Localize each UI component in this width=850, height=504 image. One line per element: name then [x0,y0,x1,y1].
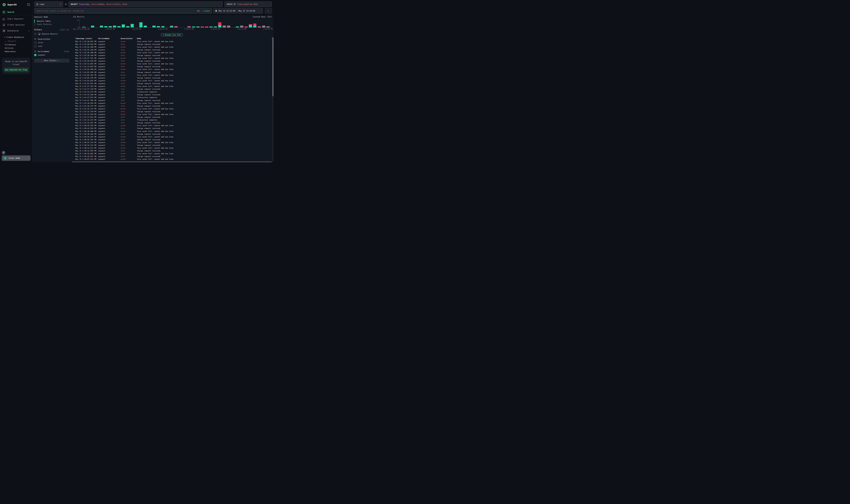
search-icon[interactable] [34,50,36,53]
table-row[interactable]: ›May 15 1:40:07.413 PMpaymenterrorVisa c… [72,158,272,161]
info-checkbox[interactable] [34,45,36,48]
filter-option-info[interactable]: info [34,45,69,48]
language-lucene-button[interactable]: Lucene [203,10,210,12]
column-header-severitytext[interactable]: SeverityText [121,37,135,39]
order-by-input[interactable]: ORDER BY TimestampTime DESC [224,1,272,7]
search-icon[interactable] [34,38,36,40]
table-row[interactable]: ›May 15 1:42:36.184 PMpaymentinfoCharge … [72,54,272,57]
preset-item-clickhouse[interactable]: Clickhouse [0,43,32,47]
filter-option-error[interactable]: error [34,41,69,44]
table-row[interactable]: ›May 15 1:41:57.178 PMpaymentinfoCharge … [72,88,272,91]
table-row[interactable]: ›May 15 1:40:14.511 PMpaymenterrorVisa c… [72,147,272,149]
vertical-scrollbar-thumb[interactable] [272,37,273,96]
table-row[interactable]: ›May 15 1:40:26.445 PMpaymenterrorVisa c… [72,135,272,138]
table-row[interactable]: ›May 15 1:42:01.824 PMpaymenterrorVisa c… [72,79,272,82]
table-row[interactable]: ›May 15 1:40:24.219 PMpaymenterrorVisa c… [72,141,272,144]
help-button[interactable]: ? [2,151,5,155]
get-started-button[interactable]: Get Started for Free [4,68,29,72]
chart-plot[interactable]: 12 0 [79,20,272,28]
error-checkbox[interactable] [34,41,36,44]
row-expand-icon: › [73,40,75,42]
table-row[interactable]: ›May 15 1:42:43.336 PMpaymentinfoCharge … [72,48,272,51]
language-sql-button[interactable]: SQL [197,10,200,12]
table-row[interactable]: ›May 15 1:42:04.376 PMpaymentinfoCharge … [72,76,272,79]
table-row[interactable]: ›May 15 1:40:44.546 PMpaymentinfoCharge … [72,127,272,130]
table-row[interactable]: ›May 15 1:40:10.601 PMpaymenterrorVisa c… [72,152,272,155]
table-row[interactable]: ›May 15 1:41:25.373 PMpaymenterrorVisa c… [72,107,272,110]
table-row[interactable]: ›May 15 1:40:24.214 PMpaymentinfoCharge … [72,144,272,146]
table-row[interactable]: ›May 15 1:42:43.360 PMpaymenterrorVisa c… [72,46,272,48]
table-row[interactable]: ›May 15 1:42:05.450 PMpaymentinfoCharge … [72,71,272,74]
payment-checkbox[interactable] [34,54,36,56]
presets-toggle[interactable]: PRESETS [0,40,32,43]
time-range-picker[interactable]: May 15 13:32:00 - May 15 13:43:00 [213,8,263,14]
table-row[interactable]: ›May 15 1:41:53.260 PMpaymentinfoCharge … [72,93,272,96]
cell-timestamp: May 15 1:42:01.824 PM [75,80,98,82]
tab-results-table[interactable]: Results Table [34,20,69,23]
cell-servicename: payment [98,43,121,45]
source-select[interactable]: Logs [34,1,63,7]
select-query-input[interactable]: SELECT Timestamp, ServiceName, SeverityT… [68,1,223,7]
create-dashboard-button[interactable]: + Create Dashboard [0,35,32,40]
vertical-scrollbar[interactable] [272,37,273,161]
table-row[interactable]: ›May 15 1:41:25.370 PMpaymentinfoCharge … [72,110,272,113]
table-row[interactable]: ›May 15 1:40:10.597 PMpaymentinfoCharge … [72,155,272,158]
table-row[interactable]: ›May 15 1:42:27.131 PMpaymenterrorVisa c… [72,57,272,60]
search-input[interactable]: Search your events w/ Lucene ex. column:… [34,8,212,14]
table-row[interactable]: ›May 15 1:41:21.678 PMpaymenterrorVisa c… [72,113,272,115]
gear-icon[interactable] [64,3,67,5]
sidebar-item-dashboards[interactable]: Dashboards [0,28,32,34]
resume-live-tail-button[interactable]: Resume Live Tail [161,33,183,36]
table-row[interactable]: ›May 15 1:42:13.055 PMpaymenterrorVisa c… [72,62,272,65]
table-row[interactable]: ›May 15 1:41:30.275 PMpaymentinfoCharge … [72,105,272,107]
table-row[interactable]: ›May 15 1:40:14.505 PMpaymentinfoCharge … [72,149,272,152]
table-row[interactable]: ›May 15 1:41:53.274 PMpaymentinfoTransac… [72,91,272,93]
table-row[interactable]: ›May 15 1:42:36.188 PMpaymenterrorVisa c… [72,51,272,54]
table-row[interactable]: ›May 15 1:41:47.823 PMpaymentinfoTransac… [72,96,272,99]
more-filters-button[interactable]: More filters [34,59,69,62]
table-row[interactable]: ›May 15 1:41:21.652 PMpaymentinfoCharge … [72,116,272,119]
column-header-body[interactable]: Body [137,37,271,39]
filter-option-payment[interactable]: payment [34,54,69,56]
preset-item-services[interactable]: Services [0,47,32,50]
denoise-results-option[interactable]: Denoise Results [34,33,69,35]
sidebar-item-search[interactable]: Search [0,9,32,15]
table-row[interactable]: ›May 15 1:42:50.843 PMpaymenterrorVisa c… [72,40,272,43]
clear-all-button[interactable]: Clear all [60,29,69,31]
table-row[interactable]: ›May 15 1:42:13.019 PMpaymentinfoCharge … [72,65,272,68]
table-options-kebab-icon[interactable]: ⋮ [270,37,272,40]
table-row[interactable]: ›May 15 1:42:50.834 PMpaymentinfoCharge … [72,43,272,46]
tab-event-patterns[interactable]: Event Patterns [34,23,69,26]
table-row[interactable]: ›May 15 1:40:26.444 PMpaymentinfoCharge … [72,138,272,141]
histogram-bar [91,25,94,28]
table-row[interactable]: ›May 15 1:42:26.920 PMpaymentinfoCharge … [72,60,272,62]
table-row[interactable]: ›May 15 1:41:30.283 PMpaymenterrorVisa c… [72,102,272,105]
x-axis-label: May 15 1:32:00 PM [73,28,89,30]
table-row[interactable]: ›May 15 1:40:38.466 PMpaymenterrorVisa c… [72,130,272,132]
table-row[interactable]: ›May 15 1:42:01.814 PMpaymentinfoCharge … [72,82,272,85]
table-row[interactable]: ›May 15 1:40:38.462 PMpaymentinfoCharge … [72,132,272,135]
table-row[interactable]: ›May 15 1:41:14.361 PMpaymentinfoCharge … [72,121,272,124]
table-row[interactable]: ›May 15 1:41:14.373 PMpaymentinfoTransac… [72,119,272,121]
sidebar-item-chart-explorer[interactable]: Chart Explorer [0,16,32,22]
table-row[interactable]: ›May 15 1:41:57.183 PMpaymenterrorVisa c… [72,85,272,88]
column-resize-handle[interactable] [135,37,137,39]
preset-item-kubernetes[interactable]: Kubernetes [0,50,32,53]
denoise-checkbox[interactable] [34,33,36,35]
table-row[interactable]: ›May 15 1:42:04.392 PMpaymenterrorVisa c… [72,74,272,76]
sidebar-collapse-icon[interactable] [27,3,30,6]
sidebar-item-client-sessions[interactable]: Client Sessions [0,22,32,28]
column-header-servicename[interactable]: ServiceName [98,37,119,39]
column-header-timestamp[interactable]: Timestamp (Local) [75,37,97,39]
table-row[interactable]: ›May 15 1:40:44.563 PMpaymenterrorVisa c… [72,124,272,127]
horizontal-scrollbar[interactable] [72,161,272,162]
table-row[interactable]: ›May 15 1:41:47.766 PMpaymentinfoCharge … [72,99,272,102]
row-expand-icon: › [73,60,75,62]
run-query-button[interactable]: ▷ [265,8,272,14]
user-menu[interactable]: U Local mode › [2,156,31,161]
table-row[interactable]: ›May 15 1:42:05.460 PMpaymenterrorVisa c… [72,68,272,71]
column-resize-handle[interactable] [97,37,98,39]
clear-servicename-button[interactable]: Clear [64,51,69,53]
cell-body: Charge request received. [137,49,272,51]
column-resize-handle[interactable] [119,37,121,39]
